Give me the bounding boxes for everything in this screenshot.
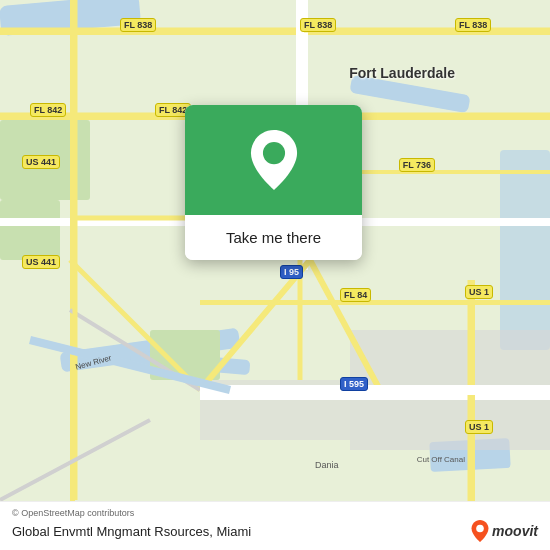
road-i595 <box>200 390 550 400</box>
moovit-logo: moovit <box>471 520 538 542</box>
road-fl84 <box>200 300 550 305</box>
label-fl838-left: FL 838 <box>120 18 156 32</box>
label-i595: I 595 <box>340 377 368 391</box>
label-i95-bot: I 95 <box>280 265 303 279</box>
location-row: Global Envmtl Mngmant Rsources, Miami mo… <box>12 520 538 542</box>
label-fl736: FL 736 <box>399 158 435 172</box>
svg-point-16 <box>476 525 484 533</box>
popup-card: Take me there <box>185 105 362 260</box>
green-area-3 <box>0 200 60 260</box>
svg-point-15 <box>262 142 284 164</box>
city-label: Fort Lauderdale <box>349 65 455 81</box>
map-attribution: © OpenStreetMap contributors <box>12 508 538 518</box>
label-fl838-mid: FL 838 <box>300 18 336 32</box>
label-fl842-left: FL 842 <box>30 103 66 117</box>
moovit-text: moovit <box>492 523 538 539</box>
water-east <box>500 150 550 350</box>
map-container: FL 838 FL 838 FL 838 FL 842 FL 842 US 44… <box>0 0 550 550</box>
industrial-area <box>200 380 350 440</box>
location-pin-icon <box>249 130 299 190</box>
road-us441 <box>70 0 75 550</box>
location-name: Global Envmtl Mngmant Rsources, Miami <box>12 524 251 539</box>
label-fl838-right: FL 838 <box>455 18 491 32</box>
label-us1-bot: US 1 <box>465 420 493 434</box>
label-us1-top: US 1 <box>465 285 493 299</box>
label-us441-top: US 441 <box>22 155 60 169</box>
moovit-pin-icon <box>471 520 489 542</box>
popup-green-header <box>185 105 362 215</box>
cut-canal-label: Cut Off Canal <box>417 455 465 464</box>
label-us441-bot: US 441 <box>22 255 60 269</box>
dania-label: Dania <box>315 460 339 470</box>
label-fl84: FL 84 <box>340 288 371 302</box>
bottom-bar: © OpenStreetMap contributors Global Envm… <box>0 501 550 550</box>
take-me-there-button[interactable]: Take me there <box>185 215 362 260</box>
green-area-2 <box>150 330 220 380</box>
